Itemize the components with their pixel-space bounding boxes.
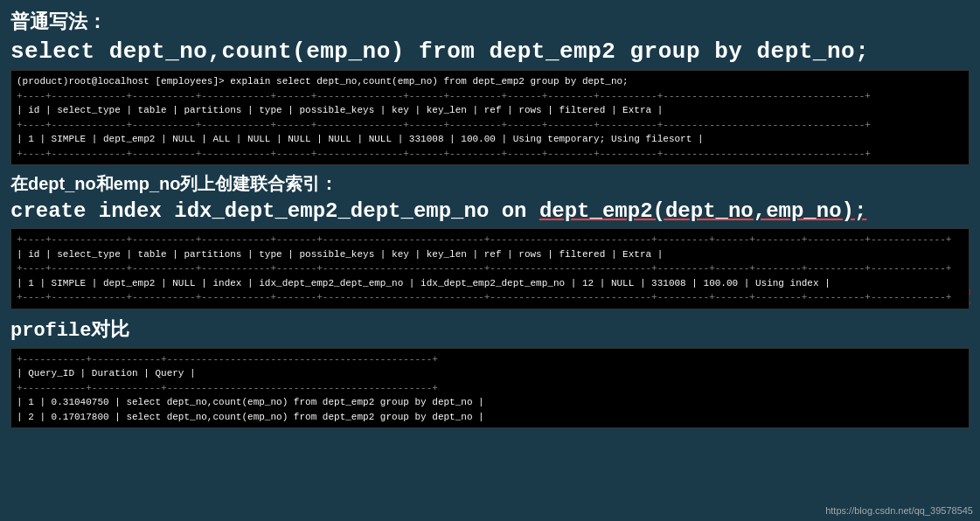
- section2-div1: +----+-------------+-----------+--------…: [17, 233, 963, 247]
- profile-div1: +-----------+------------+--------------…: [17, 352, 963, 367]
- section2-cols: | id | select_type | table | partitions …: [17, 247, 963, 262]
- explain-div3: +----+-------------+-----------+--------…: [17, 147, 963, 162]
- section3: profile对比 +-----------+------------+----…: [10, 316, 970, 429]
- section2-terminal: +----+-------------+-----------+--------…: [10, 228, 970, 309]
- profile-div2: +-----------+------------+--------------…: [17, 381, 963, 396]
- section2-label: 在dept_no和emp_no列上创建联合索引：: [10, 172, 970, 196]
- explain-div2: +----+-------------+-----------+--------…: [17, 118, 963, 133]
- page-container: 普通写法： select dept_no,count(emp_no) from …: [0, 0, 980, 521]
- profile-row2: | 2 | 0.17017800 | select dept_no,count(…: [17, 410, 963, 425]
- section2-div3: +----+-------------+-----------+--------…: [17, 290, 963, 305]
- explain-row1: | 1 | SIMPLE | dept_emp2 | NULL | ALL | …: [17, 132, 963, 147]
- section3-label: profile对比: [10, 316, 970, 343]
- profile-keyword: profile: [10, 320, 91, 342]
- explain-cols: | id | select_type | table | partitions …: [17, 103, 963, 118]
- explain-div1: +----+-------------+-----------+--------…: [17, 89, 963, 104]
- section1-sql: select dept_no,count(emp_no) from dept_e…: [10, 38, 970, 65]
- section1-terminal: (product)root@localhost [employees]> exp…: [10, 70, 970, 165]
- section2-div2: +----+-------------+-----------+--------…: [17, 261, 963, 276]
- section1: 普通写法： select dept_no,count(emp_no) from …: [10, 9, 970, 165]
- profile-label-rest: 对比: [91, 318, 129, 340]
- section1-label: 普通写法：: [10, 9, 970, 35]
- watermark: https://blog.csdn.net/qq_39578545: [825, 505, 973, 516]
- section2-sql: create index idx_dept_emp2_dept_emp_no o…: [10, 199, 970, 223]
- explain-header: (product)root@localhost [employees]> exp…: [17, 74, 963, 89]
- section2: 在dept_no和emp_no列上创建联合索引： create index id…: [10, 172, 970, 309]
- section3-terminal: +-----------+------------+--------------…: [10, 348, 970, 429]
- section2-row1: | 1 | SIMPLE | dept_emp2 | NULL | index …: [17, 276, 963, 291]
- section2-sql-underlined: dept_emp2(dept_no,emp_no);: [539, 199, 866, 223]
- profile-cols: | Query_ID | Duration | Query |: [17, 366, 963, 381]
- profile-row1: | 1 | 0.31040750 | select dept_no,count(…: [17, 395, 963, 410]
